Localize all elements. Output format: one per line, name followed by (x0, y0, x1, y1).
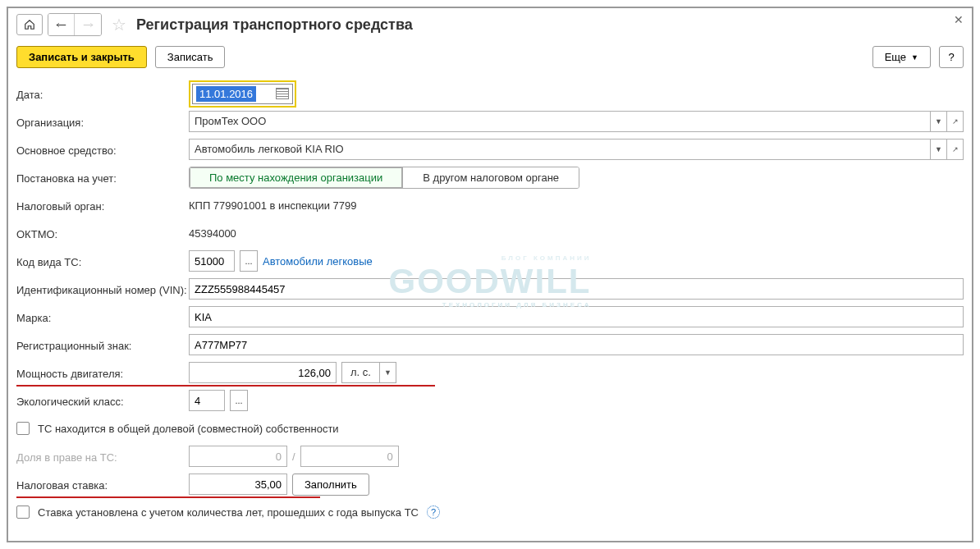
favorite-icon[interactable]: ☆ (112, 15, 126, 34)
org-label: Организация: (16, 115, 189, 129)
share-numerator-input (189, 446, 287, 467)
rate-years-label: Ставка установлена с учетом количества л… (38, 506, 419, 519)
engine-power-label: Мощность двигателя: (16, 366, 189, 380)
date-input[interactable]: 11.01.2016 (196, 86, 256, 102)
asset-label: Основное средство: (16, 143, 189, 157)
tax-authority-value: КПП 779901001 в инспекции 7799 (189, 199, 356, 212)
oktmo-value: 45394000 (189, 227, 236, 240)
registration-label: Постановка на учет: (16, 171, 189, 185)
reg-option-other[interactable]: В другом налоговом органе (402, 167, 579, 188)
brand-label: Марка: (16, 310, 189, 324)
vehicle-code-input[interactable] (189, 250, 235, 272)
fill-button[interactable]: Заполнить (292, 474, 369, 496)
eco-class-label: Экологический класс: (16, 394, 189, 408)
reg-plate-input[interactable] (189, 334, 964, 355)
engine-power-input[interactable] (189, 362, 337, 383)
help-button[interactable]: ? (939, 46, 964, 68)
more-button[interactable]: Еще ▼ (872, 46, 931, 68)
power-unit-combo[interactable]: л. с. ▼ (341, 362, 396, 383)
tax-authority-label: Налоговый орган: (16, 199, 189, 213)
shared-ownership-checkbox[interactable] (16, 422, 30, 435)
back-button[interactable]: 🡐 (48, 14, 75, 35)
shared-ownership-label: ТС находится в общей долевой (совместной… (38, 423, 339, 435)
asset-combo[interactable]: Автомобиль легковой KIA RIO ▼ ↗ (189, 139, 964, 160)
dropdown-icon[interactable]: ▼ (930, 112, 946, 131)
vehicle-code-link[interactable]: Автомобили легковые (263, 255, 373, 268)
ellipsis-button[interactable]: ... (230, 390, 248, 411)
help-icon[interactable]: ? (427, 506, 440, 519)
close-icon[interactable]: ✕ (954, 13, 964, 26)
dropdown-icon[interactable]: ▼ (930, 140, 946, 159)
rate-years-checkbox[interactable] (16, 506, 30, 519)
ellipsis-button[interactable]: ... (240, 250, 258, 272)
vehicle-code-label: Код вида ТС: (16, 254, 189, 268)
share-denominator-input (300, 446, 399, 467)
tax-rate-input[interactable] (189, 474, 287, 495)
oktmo-label: ОКТМО: (16, 226, 189, 240)
open-icon[interactable]: ↗ (946, 140, 963, 159)
share-label: Доля в праве на ТС: (16, 450, 189, 464)
eco-class-input[interactable] (189, 390, 225, 411)
save-close-button[interactable]: Записать и закрыть (16, 46, 147, 68)
open-icon[interactable]: ↗ (946, 112, 963, 131)
org-combo[interactable]: ПромТех ООО ▼ ↗ (189, 111, 964, 132)
calendar-icon[interactable] (276, 88, 289, 99)
vin-input[interactable] (189, 278, 964, 300)
page-title: Регистрация транспортного средства (136, 16, 413, 34)
reg-plate-label: Регистрационный знак: (16, 338, 189, 352)
date-label: Дата: (16, 87, 189, 101)
brand-input[interactable] (189, 306, 964, 327)
chevron-down-icon: ▼ (911, 53, 918, 62)
tax-rate-label: Налоговая ставка: (16, 478, 189, 492)
home-button[interactable] (16, 14, 43, 35)
date-field-highlight: 11.01.2016 (189, 80, 296, 108)
dropdown-icon[interactable]: ▼ (379, 363, 396, 382)
share-separator: / (292, 451, 295, 463)
save-button[interactable]: Записать (155, 46, 226, 68)
vin-label: Идентификационный номер (VIN): (16, 282, 189, 296)
forward-button[interactable]: 🡒 (75, 14, 101, 35)
reg-option-local[interactable]: По месту нахождения организации (190, 167, 402, 188)
